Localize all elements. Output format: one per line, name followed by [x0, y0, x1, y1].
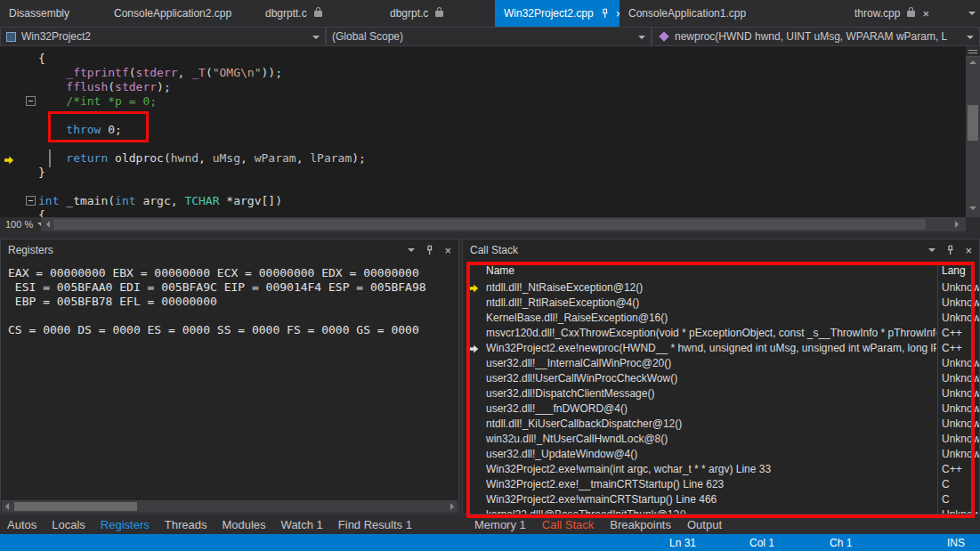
call-stack-frame-10[interactable]: ntdll.dll!_KiUserCallbackDispatcher@12()…	[463, 417, 979, 432]
breakpoint-gutter[interactable]	[0, 123, 25, 137]
registers-panel-titlebar[interactable]: Registers ×	[1, 239, 458, 261]
status-insert-mode: INS	[947, 537, 965, 549]
tool-tab-registers[interactable]: Registers	[101, 518, 150, 531]
call-stack-frame-12[interactable]: user32.dll!_UpdateWindow@4()Unknown	[463, 447, 979, 462]
call-stack-frame-16[interactable]: kernel32.dll!@BaseThreadInitThunk@12()Un…	[463, 507, 979, 514]
tab-overflow-chevron-icon[interactable]	[968, 12, 976, 15]
frame-name: kernel32.dll!@BaseThreadInitThunk@12()	[486, 508, 936, 514]
column-header-language[interactable]: Lang	[942, 264, 980, 277]
code-line-4[interactable]: /*int *p = 0;	[0, 94, 966, 109]
horizontal-scrollbar-thumb[interactable]	[14, 502, 137, 511]
breakpoint-gutter[interactable]	[0, 109, 25, 123]
document-tab-consoleapplication1-cpp[interactable]: ConsoleApplication1.cpp	[620, 0, 846, 27]
call-stack-frame-15[interactable]: Win32Project2.exe!wmainCRTStartup() Line…	[463, 492, 979, 507]
member-dropdown[interactable]: newproc(HWND hwnd, UINT uMsg, WPARAM wPa…	[652, 27, 980, 46]
code-line-12[interactable]: {	[0, 208, 966, 217]
breakpoint-gutter[interactable]	[0, 137, 25, 151]
breakpoint-gutter[interactable]	[0, 180, 25, 194]
window-position-chevron-icon[interactable]	[408, 248, 415, 252]
code-line-10[interactable]	[0, 180, 966, 194]
scroll-right-arrow-icon[interactable]	[450, 503, 454, 510]
editor-splitter-handle[interactable]	[966, 46, 980, 57]
tool-tab-find-results-1[interactable]: Find Results 1	[338, 518, 412, 531]
call-stack-frame-13[interactable]: Win32Project2.exe!wmain(int argc, wchar_…	[463, 462, 979, 477]
pin-icon[interactable]	[946, 245, 954, 255]
pin-icon[interactable]	[425, 245, 433, 255]
pin-icon[interactable]	[601, 8, 609, 19]
project-dropdown[interactable]: Win32Project2	[0, 27, 326, 46]
code-text: }	[38, 166, 45, 180]
call-stack-frame-6[interactable]: user32.dll!__InternalCallWinProc@20()Unk…	[463, 356, 979, 371]
breakpoint-gutter[interactable]	[0, 208, 25, 217]
breakpoint-gutter[interactable]	[0, 66, 25, 80]
code-line-5[interactable]	[0, 109, 966, 123]
breakpoint-gutter[interactable]	[0, 94, 25, 109]
code-line-2[interactable]: _ftprintf(stderr, _T("OMG\n"));	[0, 66, 966, 80]
code-token: ,	[296, 151, 311, 165]
horizontal-scrollbar-thumb[interactable]	[53, 219, 926, 230]
scroll-down-arrow-icon[interactable]	[969, 207, 976, 210]
call-stack-frame-11[interactable]: win32u.dll!_NtUserCallHwndLock@8()Unknow…	[463, 432, 979, 447]
close-icon[interactable]: ×	[965, 245, 972, 256]
tool-tab-output[interactable]: Output	[687, 518, 722, 531]
scroll-left-arrow-icon[interactable]	[5, 503, 9, 510]
code-line-3[interactable]: fflush(stderr);	[0, 80, 966, 94]
tool-tab-breakpoints[interactable]: Breakpoints	[610, 518, 671, 531]
window-position-chevron-icon[interactable]	[928, 248, 935, 252]
collapse-region-button[interactable]	[26, 96, 36, 106]
tool-tab-threads[interactable]: Threads	[165, 518, 207, 531]
fold-margin	[25, 80, 38, 94]
tool-tab-memory-1[interactable]: Memory 1	[474, 518, 526, 531]
horizontal-scrollbar-track[interactable]	[41, 217, 966, 231]
call-stack-frame-4[interactable]: msvcr120d.dll!_CxxThrowException(void * …	[463, 326, 979, 341]
close-icon[interactable]: ×	[444, 245, 451, 256]
project-dropdown-label: Win32Project2	[21, 30, 91, 43]
breakpoint-gutter[interactable]	[0, 52, 25, 66]
call-stack-frame-8[interactable]: user32.dll!DispatchClientMessage()Unknow…	[463, 386, 979, 401]
code-line-8[interactable]: return oldproc(hwnd, uMsg, wParam, lPara…	[0, 151, 966, 166]
status-column-number: Col 1	[749, 537, 774, 549]
call-stack-frame-2[interactable]: ntdll.dll!_RtlRaiseException@4()Unknown	[463, 296, 979, 311]
call-stack-frame-3[interactable]: KernelBase.dll!_RaiseException@16()Unkno…	[463, 311, 979, 326]
tool-tab-call-stack[interactable]: Call Stack	[542, 518, 595, 531]
close-icon[interactable]: ×	[922, 8, 929, 20]
breakpoint-gutter[interactable]	[0, 166, 25, 180]
scope-dropdown[interactable]: (Global Scope)	[326, 27, 652, 46]
breakpoint-gutter[interactable]	[0, 194, 25, 208]
code-line-11[interactable]: int _tmain(int argc, TCHAR *argv[])	[0, 194, 966, 208]
call-stack-frame-5[interactable]: Win32Project2.exe!newproc(HWND__ * hwnd,…	[463, 341, 979, 356]
code-line-7[interactable]	[0, 137, 966, 151]
call-stack-frame-9[interactable]: user32.dll!___fnDWORD@4()Unknown	[463, 401, 979, 417]
document-tab-throw-cpp[interactable]: throw.cpp×	[846, 0, 962, 27]
document-tab-dbgrpt-c[interactable]: dbgrpt.c	[381, 0, 495, 27]
breakpoint-gutter[interactable]	[0, 80, 25, 94]
document-tab-consoleapplication2-cpp[interactable]: ConsoleApplication2.cpp	[105, 0, 256, 27]
call-stack-frame-14[interactable]: Win32Project2.exe!__tmainCRTStartup() Li…	[463, 477, 979, 492]
tool-tab-modules[interactable]: Modules	[222, 518, 265, 531]
scroll-right-arrow-icon[interactable]	[955, 221, 959, 228]
document-tab-win32project2-cpp[interactable]: Win32Project2.cpp×	[495, 0, 620, 27]
document-tab-dbgrptt-c[interactable]: dbgrptt.c	[256, 0, 381, 27]
code-line-1[interactable]: {	[0, 52, 966, 66]
column-header-name[interactable]: Name	[486, 264, 514, 277]
collapse-region-button[interactable]	[26, 196, 36, 206]
document-tab-disassembly[interactable]: Disassembly	[0, 0, 105, 27]
scroll-left-arrow-icon[interactable]	[46, 221, 50, 228]
frame-language: C++	[942, 327, 979, 339]
code-editor[interactable]: { _ftprintf(stderr, _T("OMG\n")); fflush…	[0, 46, 966, 217]
editor-vertical-scrollbar[interactable]	[966, 46, 980, 217]
call-stack-panel-titlebar[interactable]: Call Stack ×	[463, 239, 979, 261]
registers-horizontal-scrollbar[interactable]	[2, 500, 458, 513]
code-line-9[interactable]: }	[0, 166, 966, 180]
code-token: int	[38, 194, 59, 207]
vertical-scrollbar-thumb[interactable]	[968, 105, 978, 141]
call-stack-frame-1[interactable]: ntdll.dll!_NtRaiseException@12()Unknown	[463, 280, 979, 296]
tool-tab-autos[interactable]: Autos	[7, 518, 36, 531]
tool-tab-watch-1[interactable]: Watch 1	[281, 518, 323, 531]
scroll-up-arrow-icon[interactable]	[969, 61, 976, 64]
breakpoint-gutter[interactable]	[0, 151, 25, 166]
code-line-6[interactable]: throw 0;	[0, 123, 966, 137]
call-stack-frame-7[interactable]: user32.dll!UserCallWinProcCheckWow()Unkn…	[463, 371, 979, 386]
chevron-down-icon	[312, 36, 320, 39]
tool-tab-locals[interactable]: Locals	[52, 518, 85, 531]
